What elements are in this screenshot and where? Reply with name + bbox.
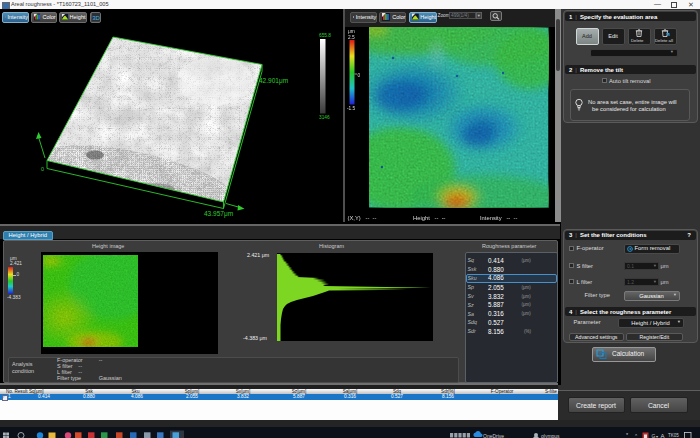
svg-text:μm: μm (348, 29, 355, 34)
svg-text:⌃: ⌃ (634, 433, 638, 438)
svg-text:TK05: TK05 (668, 433, 679, 438)
svg-text:655.8: 655.8 (319, 33, 331, 38)
svg-text:OneDrive: OneDrive (483, 433, 504, 438)
svg-text:*: * (626, 432, 629, 438)
svg-text:A: A (661, 433, 665, 438)
svg-text:2.5: 2.5 (348, 35, 355, 40)
svg-text:3D: 3D (92, 15, 100, 21)
svg-text:-1.5: -1.5 (347, 106, 356, 111)
svg-text:0: 0 (41, 166, 44, 172)
svg-text:olympus: olympus (541, 433, 560, 438)
svg-text:▾: ▾ (656, 434, 658, 438)
svg-text:0: 0 (358, 73, 361, 78)
svg-text:43.957μm: 43.957μm (204, 210, 233, 218)
svg-text:42.901μm: 42.901μm (259, 77, 288, 85)
svg-text:3146: 3146 (319, 115, 330, 120)
svg-text:G: G (652, 433, 656, 438)
